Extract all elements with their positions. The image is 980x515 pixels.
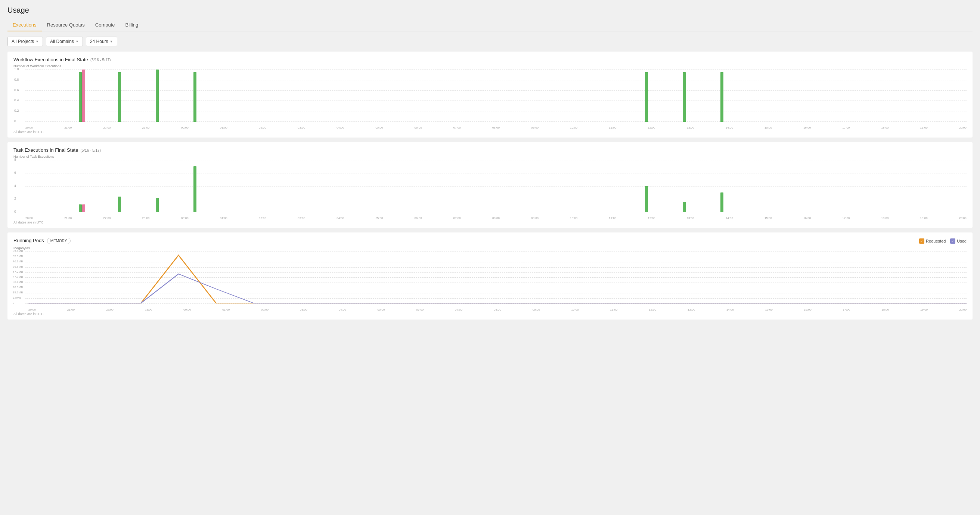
pods-utc-note: All dates are in UTC [13, 312, 967, 316]
bar-group [703, 160, 741, 212]
bar-group [552, 70, 590, 122]
bar-pink [82, 70, 85, 122]
bar-group [665, 160, 703, 212]
chevron-down-icon: ▼ [35, 40, 39, 43]
memory-badge[interactable]: MEMORY [47, 238, 71, 244]
bar-group [477, 70, 515, 122]
bar-group [741, 70, 778, 122]
bar-group [854, 70, 891, 122]
bar-group [176, 160, 214, 212]
bar-green [645, 186, 648, 212]
bar-group [515, 160, 552, 212]
bar-group [289, 160, 327, 212]
task-executions-panel: Task Executions in Final State (5/16 - 5… [8, 142, 972, 228]
bar-group [214, 160, 251, 212]
bar-group [891, 70, 929, 122]
page-title: Usage [8, 6, 972, 14]
bar-green [79, 72, 82, 122]
workflow-utc-note: All dates are in UTC [13, 130, 967, 134]
bar-group [439, 160, 477, 212]
pods-y-label: Megabytes [13, 246, 967, 250]
bar-group [364, 70, 402, 122]
tab-executions[interactable]: Executions [8, 19, 42, 31]
bar-group [816, 70, 854, 122]
legend-used: ✓ Used [950, 238, 967, 244]
bar-group [854, 160, 891, 212]
bar-group [251, 160, 289, 212]
bar-group [402, 160, 439, 212]
legend-requested: ✓ Requested [919, 238, 946, 244]
bar-group [741, 160, 778, 212]
bar-group [665, 70, 703, 122]
bar-group [703, 70, 741, 122]
bar-group [590, 160, 628, 212]
bar-group [214, 70, 251, 122]
bar-group [101, 160, 138, 212]
domains-filter[interactable]: All Domains ▼ [46, 37, 83, 46]
bar-group [289, 70, 327, 122]
workflow-bars [25, 70, 967, 122]
bar-group [628, 160, 665, 212]
bar-group [929, 70, 967, 122]
bar-group [439, 70, 477, 122]
running-pods-panel: Running Pods MEMORY ✓ Requested ✓ Used M… [8, 233, 972, 319]
bar-group [778, 160, 816, 212]
bar-group [477, 160, 515, 212]
bar-pink [82, 204, 85, 212]
bar-group [101, 70, 138, 122]
tab-billing[interactable]: Billing [120, 19, 144, 31]
workflow-x-axis: 20:0021:0022:0023:0000:0001:0002:0003:00… [25, 126, 967, 129]
pods-x-axis: 20:0021:0022:0023:0000:0001:0002:0003:00… [29, 308, 967, 311]
bar-group [251, 70, 289, 122]
bar-green [645, 72, 648, 122]
bar-group [515, 70, 552, 122]
bar-group [25, 70, 63, 122]
bar-group [628, 70, 665, 122]
bar-green [118, 72, 121, 122]
tab-bar: Executions Resource Quotas Compute Billi… [8, 19, 972, 31]
bar-group [590, 70, 628, 122]
requested-check-icon: ✓ [919, 238, 924, 244]
used-check-icon: ✓ [950, 238, 955, 244]
task-chart-daterange: (5/16 - 5/17) [80, 148, 100, 153]
workflow-bar-chart: 1.00.80.60.40.20 20:0021:0022:0023:0000:… [13, 70, 967, 129]
bar-group [63, 70, 101, 122]
filter-bar: All Projects ▼ All Domains ▼ 24 Hours ▼ [8, 37, 972, 46]
running-pods-header: Running Pods MEMORY ✓ Requested ✓ Used [13, 238, 967, 244]
projects-filter[interactable]: All Projects ▼ [8, 37, 43, 46]
pods-svg [29, 252, 967, 304]
bar-group [326, 160, 364, 212]
bar-group [816, 160, 854, 212]
task-y-label: Number of Task Executions [13, 155, 967, 158]
bar-group [552, 160, 590, 212]
bar-group [25, 160, 63, 212]
bar-green [156, 70, 159, 122]
bar-green [683, 202, 686, 212]
bar-green [118, 196, 121, 212]
bar-green [721, 193, 724, 212]
task-utc-note: All dates are in UTC [13, 220, 967, 224]
workflow-chart-title: Workflow Executions in Final State [13, 57, 88, 62]
bar-green [194, 166, 196, 212]
tab-compute[interactable]: Compute [90, 19, 120, 31]
task-bars [25, 160, 967, 212]
chevron-down-icon: ▼ [75, 40, 79, 43]
task-x-axis: 20:0021:0022:0023:0000:0001:0002:0003:00… [25, 216, 967, 220]
tab-resource-quotas[interactable]: Resource Quotas [42, 19, 90, 31]
bar-green [156, 198, 159, 212]
bar-green [721, 72, 724, 122]
bar-group [891, 160, 929, 212]
workflow-y-label: Number of Workflow Executions [13, 64, 967, 68]
workflow-chart-daterange: (5/16 - 5/17) [91, 58, 111, 62]
bar-green [194, 72, 196, 122]
bar-green [683, 72, 686, 122]
bar-group [176, 70, 214, 122]
bar-group [138, 70, 176, 122]
bar-group [929, 160, 967, 212]
task-chart-title: Task Executions in Final State [13, 147, 78, 153]
bar-group [778, 70, 816, 122]
bar-group [326, 70, 364, 122]
chart-legend: ✓ Requested ✓ Used [919, 238, 967, 244]
bar-green [79, 204, 82, 212]
hours-filter[interactable]: 24 Hours ▼ [86, 37, 117, 46]
